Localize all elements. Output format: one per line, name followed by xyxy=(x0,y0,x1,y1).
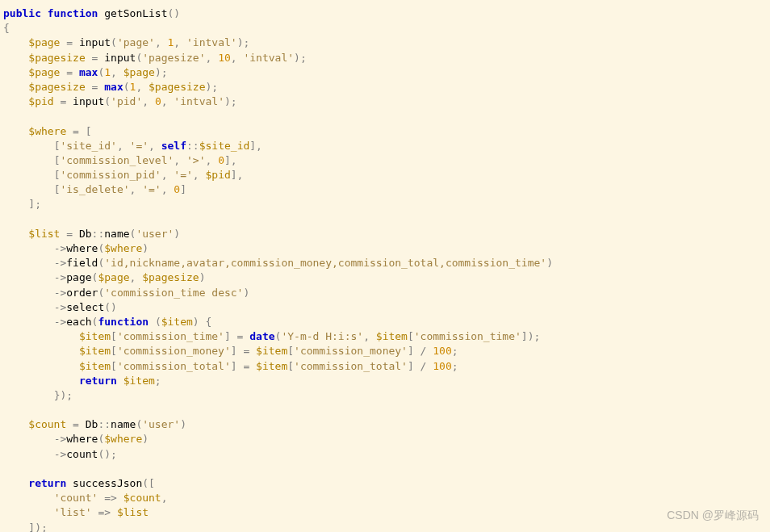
string: 'page' xyxy=(117,36,155,48)
string: 'intval' xyxy=(186,36,237,48)
keyword: public xyxy=(3,7,41,19)
function-name: getSonList xyxy=(104,7,167,19)
func-call: input xyxy=(79,36,111,48)
variable: $page xyxy=(28,36,60,48)
paren: () xyxy=(168,7,181,19)
keyword: function xyxy=(48,7,98,19)
code-block: public function getSonList() { $page = i… xyxy=(0,0,770,532)
